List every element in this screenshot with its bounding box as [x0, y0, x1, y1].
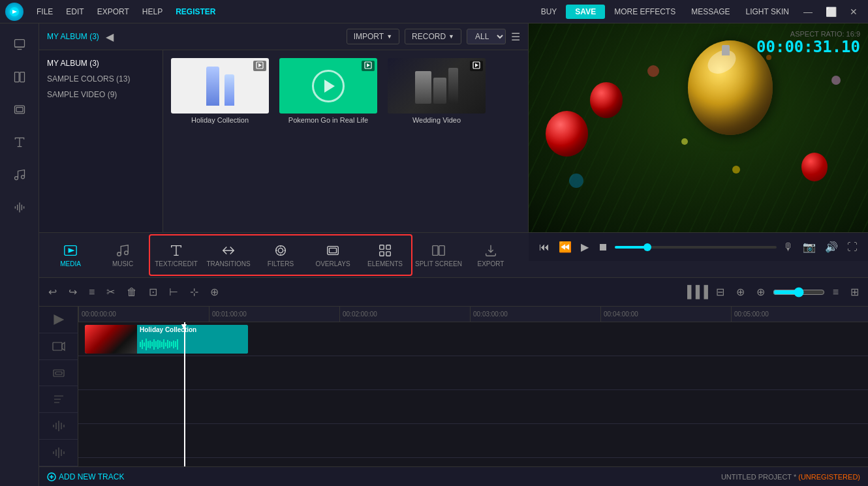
undo-button[interactable]: ↩	[44, 283, 61, 301]
svg-point-10	[117, 252, 121, 256]
filter-select[interactable]: ALL	[467, 29, 506, 44]
track-icon-overlay	[39, 360, 78, 387]
cut-button[interactable]: ✂	[102, 283, 119, 301]
video-track: Holiday Collection	[78, 322, 868, 356]
sidebar-audio[interactable]	[4, 159, 35, 190]
split-button[interactable]: ⊢	[165, 283, 182, 301]
menu-register[interactable]: REGISTER	[170, 5, 221, 19]
color-button[interactable]: ⊕	[206, 283, 223, 301]
zoom-fit-button[interactable]: ≡	[829, 284, 843, 301]
minimize-button[interactable]: —	[798, 4, 818, 20]
save-button[interactable]: SAVE	[566, 5, 605, 19]
list-view-button[interactable]: ☰	[511, 31, 520, 43]
crop-button[interactable]: ⊡	[145, 283, 161, 301]
my-album-link[interactable]: MY ALBUM (3)	[47, 32, 99, 41]
tool-transitions[interactable]: TRANSITIONS	[202, 235, 255, 275]
delete-button[interactable]: 🗑	[123, 284, 141, 301]
sidebar-add-media[interactable]	[4, 29, 35, 60]
track-icon-text	[39, 386, 78, 413]
record-button[interactable]: RECORD ▼	[405, 29, 461, 44]
playhead	[184, 322, 185, 466]
detach-audio-button[interactable]: ⊟	[712, 283, 728, 301]
video-clip-holiday[interactable]: Holiday Collection	[85, 325, 248, 354]
bokeh-5	[681, 138, 688, 145]
timeline-settings-button[interactable]: ≡	[85, 284, 99, 301]
sidebar-text[interactable]	[4, 127, 35, 158]
menu-export[interactable]: EXPORT	[92, 5, 134, 19]
zoom-slider[interactable]	[773, 287, 825, 297]
menu-message[interactable]: MESSAGE	[685, 5, 736, 19]
overlay-track	[78, 356, 868, 390]
lib-sidebar-my-album[interactable]: MY ALBUM (3)	[39, 55, 163, 71]
motion-button[interactable]: ⊹	[186, 283, 202, 301]
bokeh-2	[732, 166, 740, 174]
bottom-bar: ADD NEW TRACK UNTITLED PROJECT * (UNREGI…	[39, 466, 868, 486]
back-button[interactable]: ◀	[106, 31, 114, 43]
sidebar-audio2[interactable]	[4, 192, 35, 223]
timeline-right[interactable]: 00:00:00:00 00:01:00:00 00:02:00:00 00:0…	[78, 307, 868, 466]
add-new-track-button[interactable]: ADD NEW TRACK	[47, 472, 124, 481]
audio-wave-icon[interactable]: ▐▐▐	[683, 285, 707, 299]
menu-light-skin[interactable]: LIGHT SKIN	[739, 5, 796, 19]
import-button[interactable]: IMPORT ▼	[347, 29, 399, 44]
tool-export[interactable]: EXPORT	[465, 235, 517, 275]
preview-scene: ASPECT RATIO: 16:9 00:00:31.10	[529, 23, 868, 232]
aspect-ratio-label: ASPECT RATIO: 16:9	[756, 30, 860, 38]
track-icon-ruler	[39, 307, 78, 333]
sidebar-overlay[interactable]	[4, 94, 35, 125]
preview-info: ASPECT RATIO: 16:9 00:00:31.10	[756, 30, 860, 56]
ornament-red	[546, 111, 588, 157]
lib-sidebar-sample-colors[interactable]: SAMPLE COLORS (13)	[39, 71, 163, 87]
app-logo	[5, 3, 23, 21]
svg-point-13	[278, 248, 283, 252]
lib-sidebar-sample-video[interactable]: SAMPLE VIDEO (9)	[39, 87, 163, 102]
grid-button[interactable]: ⊞	[846, 283, 863, 301]
redo-button[interactable]: ↪	[65, 283, 81, 301]
tool-filters[interactable]: FILTERS	[255, 235, 307, 275]
clip-main: Holiday Collection	[137, 325, 248, 354]
tool-text-credit[interactable]: TEXT/CREDIT	[150, 235, 202, 275]
step-back-button[interactable]: ⏪	[556, 238, 574, 256]
progress-fill	[615, 246, 647, 249]
menu-file[interactable]: FILE	[31, 5, 58, 19]
svg-point-11	[125, 251, 129, 254]
tool-elements[interactable]: ELEMENTS	[359, 235, 411, 275]
menu-more-effects[interactable]: MORE EFFECTS	[608, 5, 682, 19]
play-button[interactable]: ▶	[578, 238, 591, 256]
fullscreen-icon[interactable]: ⛶	[845, 239, 860, 256]
step-forward-button[interactable]: ⏹	[595, 239, 611, 256]
track-icon-audio2	[39, 440, 78, 466]
skip-to-start-button[interactable]: ⏮	[536, 239, 552, 256]
menu-help[interactable]: HELP	[137, 5, 168, 19]
project-status: UNTITLED PROJECT * (UNREGISTERED)	[721, 473, 860, 481]
tool-music[interactable]: MUSIC	[97, 235, 149, 275]
menu-edit[interactable]: EDIT	[61, 5, 89, 19]
svg-rect-23	[53, 342, 62, 350]
svg-rect-16	[380, 245, 384, 249]
volume-icon[interactable]: 🔊	[822, 238, 841, 256]
add-marker-button[interactable]: ⊕	[732, 283, 749, 301]
close-button[interactable]: ✕	[845, 4, 863, 20]
clip-thumbnail	[85, 325, 137, 354]
tool-split-screen[interactable]: SPLIT SCREEN	[412, 235, 465, 275]
progress-bar[interactable]	[615, 246, 777, 249]
menu-buy[interactable]: BUY	[535, 5, 564, 19]
main-layout: MY ALBUM (3) ◀ IMPORT ▼ RECORD ▼ ALL	[0, 23, 868, 486]
camera-icon[interactable]: 📷	[800, 238, 818, 256]
tool-media[interactable]: MEDIA	[44, 235, 97, 275]
media-label-wedding: Wedding Video	[388, 116, 486, 124]
media-item-pokemon[interactable]: Pokemon Go in Real Life	[279, 58, 377, 124]
tool-overlays[interactable]: OVERLAYS	[307, 235, 359, 275]
sidebar-split-screen[interactable]	[4, 61, 35, 93]
time-display: 00:00:31.10	[756, 38, 860, 56]
maximize-button[interactable]: ⬜	[820, 4, 842, 20]
ruler-mark-0: 00:00:00:00	[78, 307, 116, 322]
menu-bar: FILE EDIT EXPORT HELP REGISTER BUY SAVE …	[0, 0, 868, 23]
track-add-button[interactable]: ⊕	[752, 283, 769, 301]
mic-icon[interactable]: 🎙	[781, 239, 796, 256]
media-item-wedding[interactable]: Wedding Video	[388, 58, 486, 124]
svg-rect-21	[439, 245, 444, 255]
tool-group-highlight: TEXT/CREDIT TRANSITIONS FILTERS	[149, 234, 412, 276]
text-track	[78, 390, 868, 424]
media-item-holiday[interactable]: Holiday Collection	[171, 58, 269, 124]
